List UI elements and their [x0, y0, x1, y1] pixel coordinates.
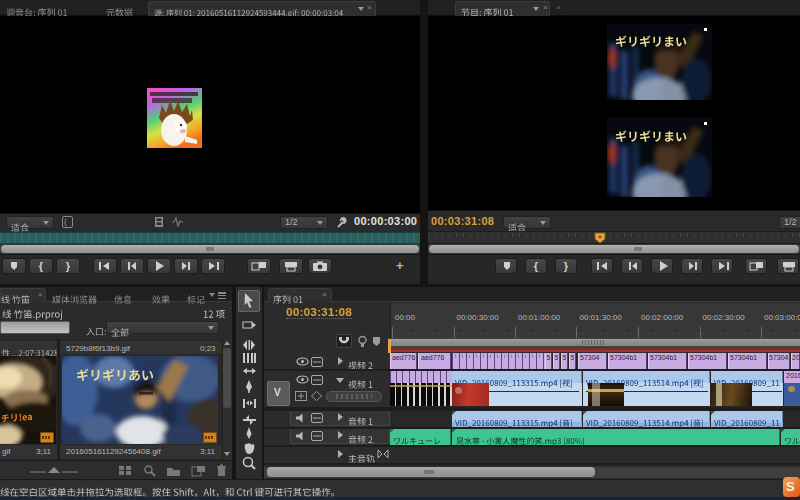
svg-text:}: }: [66, 260, 71, 272]
svg-text:}: }: [564, 260, 569, 272]
svg-text:{: {: [39, 260, 44, 272]
svg-text:{: {: [534, 260, 539, 272]
